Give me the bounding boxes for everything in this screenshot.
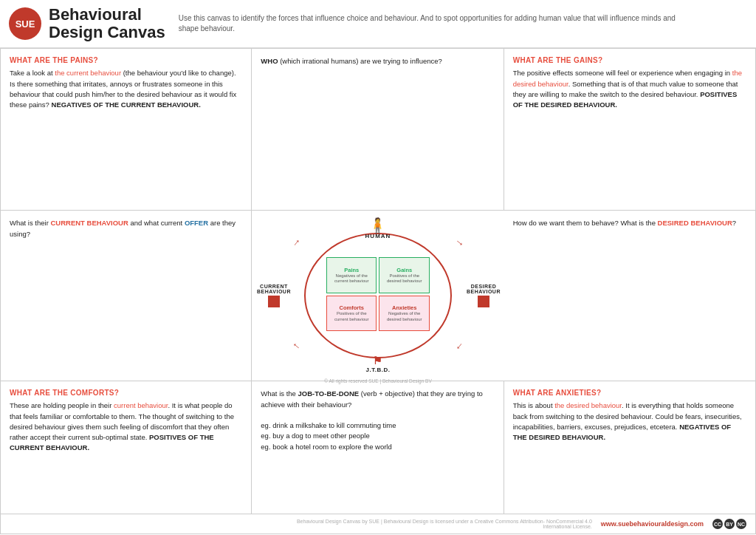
anxieties-title: WHAT ARE ANXIETIES? xyxy=(513,389,746,397)
anxieties-box-sub: Negatives of thedesired behaviour xyxy=(387,311,422,321)
pains-title: WHAT ARE THE PAINS? xyxy=(10,56,242,64)
desired-behaviour-question: How do we want them to behave? What is t… xyxy=(504,211,756,381)
gains-section: WHAT ARE THE GAINS? The positive effects… xyxy=(504,48,756,211)
creative-commons-icon: CC BY NC xyxy=(712,519,746,529)
anxieties-highlight-desired: the desired behaviour xyxy=(554,401,622,409)
gains-body: The positive effects someone will feel o… xyxy=(513,68,746,110)
offer-label: OFFER xyxy=(185,219,208,227)
behaviour-diagram: 🧍 HUMAN CURRENTBEHAVIOUR DESIREDBEHAVIOU… xyxy=(260,218,496,373)
who-body: WHO (which irrational humans) are we try… xyxy=(261,56,494,67)
anxieties-box: Anxieties Negatives of thedesired behavi… xyxy=(379,296,430,332)
gains-box: Gains Positives of thedesired behaviour xyxy=(379,257,430,293)
who-label: WHO xyxy=(261,57,278,65)
jtbd-example1: eg. drink a milkshake to kill commuting … xyxy=(261,421,396,429)
anxieties-section: WHAT ARE ANXIETIES? This is about the de… xyxy=(504,381,756,514)
arrow-top-left-icon: → xyxy=(288,235,303,251)
desired-question-text: How do we want them to behave? What is t… xyxy=(513,219,736,227)
jtbd-section: What is the JOB-TO-BE-DONE (verb + objec… xyxy=(252,381,504,514)
jtbd-text: J.T.B.D. xyxy=(366,367,391,373)
arrow-top-right-icon: → xyxy=(452,235,467,251)
gains-highlight-desired: the desired behaviour xyxy=(513,69,742,87)
gains-box-sub: Positives of thedesired behaviour xyxy=(387,273,422,284)
diagram-section: 🧍 HUMAN CURRENTBEHAVIOUR DESIREDBEHAVIOU… xyxy=(252,211,504,381)
comforts-highlight-current: current behaviour xyxy=(114,401,168,409)
jtbd-example2: eg. buy a dog to meet other people xyxy=(261,432,369,440)
footer-license-text: Behavioural Design Canvas by SUE | Behav… xyxy=(297,519,592,529)
main-grid: WHAT ARE THE PAINS? Take a look at the c… xyxy=(0,48,756,534)
footer: Behavioural Design Canvas by SUE | Behav… xyxy=(0,514,756,534)
current-behaviour-label: CURRENT BEHAVIOUR xyxy=(50,219,128,227)
pains-box: Pains Negatives of thecurrent behaviour xyxy=(326,257,377,293)
header: SUE BehaviouralDesign Canvas Use this ca… xyxy=(0,0,756,48)
desired-behaviour-diagram-label: DESIREDBEHAVIOUR xyxy=(467,284,501,307)
jtbd-body: What is the JOB-TO-BE-DONE (verb + objec… xyxy=(261,389,494,452)
pains-highlight-current: the current behaviour xyxy=(55,69,121,77)
gains-title: WHAT ARE THE GAINS? xyxy=(513,56,746,64)
who-section: WHO (which irrational humans) are we try… xyxy=(252,48,504,211)
comforts-box: Comforts Positives of thecurrent behavio… xyxy=(326,296,377,332)
cc-circle: CC xyxy=(712,519,723,529)
arrow-bottom-left-icon: → xyxy=(288,339,303,355)
anxieties-box-title: Anxieties xyxy=(392,304,416,311)
comforts-box-sub: Positives of thecurrent behaviour xyxy=(334,311,369,321)
page-title: BehaviouralDesign Canvas xyxy=(49,6,165,41)
comforts-title: WHAT ARE THE COMFORTS? xyxy=(10,389,242,397)
sue-logo: SUE xyxy=(9,7,41,40)
human-figure: 🧍 xyxy=(368,218,388,233)
jtbd-example3: eg. book a hotel room to explore the wor… xyxy=(261,443,391,451)
pains-section: WHAT ARE THE PAINS? Take a look at the c… xyxy=(0,48,252,211)
gains-box-title: Gains xyxy=(396,267,412,273)
by-circle: BY xyxy=(724,519,735,529)
who-text: (which irrational humans) are we trying … xyxy=(280,57,442,65)
pains-box-sub: Negatives of thecurrent behaviour xyxy=(334,273,369,284)
desired-cube-icon xyxy=(478,296,489,307)
current-text: CURRENTBEHAVIOUR xyxy=(257,284,291,294)
current-behaviour-question: What is their CURRENT BEHAVIOUR and what… xyxy=(0,211,252,381)
logo-text: SUE xyxy=(16,18,35,30)
jtbd-inline-label: JOB-TO-BE-DONE xyxy=(298,389,360,398)
pains-body: Take a look at the current behaviour (th… xyxy=(10,68,242,110)
anxieties-body: This is about the desired behaviour. It … xyxy=(513,401,746,443)
jtbd-label: ⚑ J.T.B.D. xyxy=(366,355,391,373)
desired-behaviour-inline-label: DESIRED BEHAVIOUR xyxy=(658,219,732,227)
comforts-box-title: Comforts xyxy=(340,304,364,311)
current-question-text: What is their CURRENT BEHAVIOUR and what… xyxy=(10,219,236,237)
current-cube-icon xyxy=(268,296,280,307)
pains-box-title: Pains xyxy=(344,267,359,273)
arrow-bottom-right-icon: → xyxy=(452,339,467,355)
nc-circle: NC xyxy=(736,519,746,529)
human-icon: 🧍 HUMAN xyxy=(365,218,391,239)
human-label: HUMAN xyxy=(365,233,391,239)
comforts-body: These are holding people in their curren… xyxy=(10,401,242,453)
flag-icon: ⚑ xyxy=(373,355,383,367)
inner-boxes: Pains Negatives of thecurrent behaviour … xyxy=(326,257,430,331)
footer-url: www.suebehaviouraldesign.com xyxy=(601,520,704,528)
comforts-section: WHAT ARE THE COMFORTS? These are holding… xyxy=(0,381,252,514)
header-description: Use this canvas to identify the forces t… xyxy=(179,13,681,34)
desired-text: DESIREDBEHAVIOUR xyxy=(467,284,501,294)
current-behaviour-diagram-label: CURRENTBEHAVIOUR xyxy=(257,284,291,307)
